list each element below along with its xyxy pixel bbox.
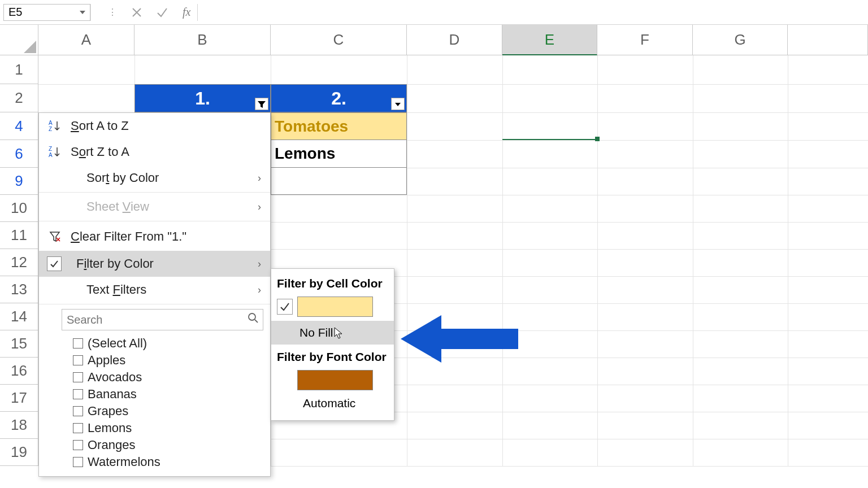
check-label: Apples (88, 353, 125, 368)
checkbox[interactable] (73, 372, 83, 382)
col-header-E[interactable]: E (502, 25, 597, 55)
chevron-right-icon: › (258, 284, 261, 296)
annotation-arrow (401, 313, 519, 367)
row-header[interactable]: 19 (0, 439, 38, 466)
col-header-F[interactable]: F (597, 25, 693, 55)
dots-icon: ⋮ (108, 7, 117, 18)
select-all-triangle[interactable] (0, 25, 38, 55)
color-swatch-yellow (297, 297, 373, 317)
font-color-option[interactable] (275, 368, 390, 392)
check-item[interactable]: Bananas (73, 386, 263, 403)
checkbox[interactable] (73, 423, 83, 433)
table-header-2[interactable]: 2. (271, 84, 407, 112)
row-header[interactable]: 15 (0, 330, 38, 358)
check-item[interactable]: Oranges (73, 437, 263, 454)
filter-button-active[interactable] (255, 98, 268, 110)
row-header[interactable]: 10 (0, 195, 38, 222)
check-item[interactable]: Apples (73, 352, 263, 369)
no-fill-option[interactable]: No Fill (271, 321, 394, 345)
enter-icon[interactable] (157, 7, 168, 18)
row-header[interactable]: 2 (0, 84, 38, 112)
row-header[interactable]: 17 (0, 385, 38, 412)
row-header[interactable]: 9 (0, 168, 38, 195)
row-header[interactable]: 14 (0, 303, 38, 330)
filter-dropdown-button[interactable] (391, 98, 405, 110)
menu-sort-az[interactable]: AZ Sort A to Z (39, 113, 270, 139)
col-label: B (197, 31, 207, 49)
row-header[interactable]: 13 (0, 276, 38, 303)
check-label: Bananas (88, 387, 137, 402)
divider (39, 304, 270, 304)
submenu-heading-cell-color: Filter by Cell Color (275, 273, 390, 295)
check-item[interactable]: (Select All) (73, 335, 263, 352)
row-header[interactable]: 11 (0, 222, 38, 249)
check-label: (Select All) (88, 336, 147, 351)
check-label: Watermelons (88, 455, 160, 469)
submenu-heading-font-color: Filter by Font Color (275, 347, 390, 368)
col-header-D[interactable]: D (407, 25, 502, 55)
col-label: C (333, 31, 344, 49)
row-header[interactable]: 1 (0, 55, 38, 84)
gridline (407, 55, 407, 466)
search-icon (248, 312, 259, 327)
checkbox[interactable] (73, 389, 83, 399)
menu-label: Clear Filter From "1." (71, 229, 261, 244)
cancel-icon[interactable] (132, 7, 142, 18)
cell-C9[interactable] (271, 168, 407, 195)
chevron-right-icon: › (258, 172, 261, 184)
check-label: Avocados (88, 370, 142, 385)
menu-sheet-view: Sheet View › (39, 194, 270, 220)
checkbox[interactable] (73, 440, 83, 450)
menu-label: Sort Z to A (71, 145, 261, 159)
table-header-1[interactable]: 1. (134, 84, 271, 112)
checkbox[interactable] (73, 338, 83, 348)
svg-text:Z: Z (49, 126, 52, 132)
formula-input[interactable] (197, 4, 865, 21)
menu-text-filters[interactable]: Text Filters › (39, 277, 270, 303)
svg-text:A: A (49, 152, 53, 158)
check-item[interactable]: Lemons (73, 420, 263, 437)
check-item[interactable]: Avocados (73, 369, 263, 386)
cell-C6[interactable]: Lemons (271, 140, 407, 168)
cell-value: Tomatoes (275, 117, 348, 136)
col-header-G[interactable]: G (693, 25, 788, 55)
divider (39, 221, 270, 221)
col-label: A (81, 31, 91, 49)
fx-label[interactable]: fx (183, 6, 190, 19)
col-header-A[interactable]: A (38, 25, 134, 55)
row-header[interactable]: 12 (0, 249, 38, 276)
menu-filter-by-color[interactable]: Filter by Color › (39, 251, 270, 277)
header-label: 2. (331, 88, 346, 109)
menu-clear-filter[interactable]: Clear Filter From "1." (39, 223, 270, 251)
gridline (597, 55, 598, 466)
checkbox[interactable] (73, 406, 83, 416)
check-item[interactable]: Watermelons (73, 454, 263, 470)
name-box[interactable]: E5 (3, 4, 90, 21)
row-header[interactable]: 18 (0, 412, 38, 439)
cell-C4[interactable]: Tomatoes (271, 112, 407, 140)
col-header-B[interactable]: B (134, 25, 271, 55)
color-swatch-brown (297, 370, 373, 390)
row-header[interactable]: 16 (0, 358, 38, 385)
menu-sort-by-color[interactable]: Sort by Color › (39, 165, 270, 191)
col-header-extra[interactable] (788, 25, 868, 55)
menu-label: Sort by Color (71, 171, 250, 185)
filter-dropdown-menu: AZ Sort A to Z ZA Sort Z to A Sort by Co… (38, 112, 271, 477)
gridline (788, 55, 788, 466)
check-item[interactable]: Grapes (73, 403, 263, 420)
col-header-C[interactable]: C (271, 25, 407, 55)
svg-text:A: A (49, 120, 53, 126)
formula-buttons: ⋮ fx (91, 6, 194, 19)
filter-search-input[interactable] (62, 309, 263, 330)
row-header[interactable]: 6 (0, 140, 38, 168)
row-header[interactable]: 4 (0, 112, 38, 140)
automatic-option[interactable]: Automatic (275, 392, 390, 415)
checkbox[interactable] (73, 457, 83, 467)
checkbox[interactable] (73, 355, 83, 365)
fill-handle[interactable] (595, 137, 600, 141)
no-fill-label: No Fill (300, 326, 333, 339)
spreadsheet-grid: A B C D E F G 1 2 4 6 9 10 11 12 13 14 1… (0, 25, 868, 466)
menu-sort-za[interactable]: ZA Sort Z to A (39, 139, 270, 165)
menu-label: Filter by Color (73, 256, 250, 271)
cell-color-option[interactable] (275, 295, 390, 319)
